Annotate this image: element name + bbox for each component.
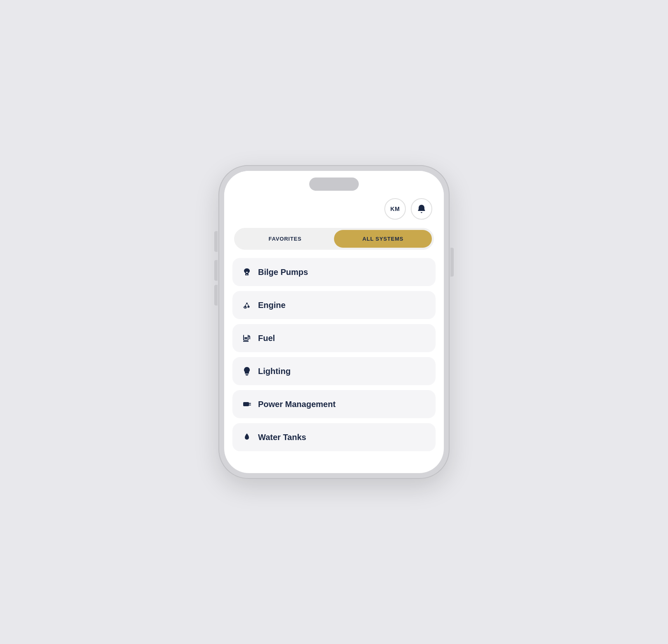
lighting-label: Lighting: [258, 367, 291, 376]
fuel-icon: [242, 333, 252, 343]
avatar-button[interactable]: KM: [384, 198, 406, 220]
header: KM: [224, 195, 444, 226]
water-tanks-label: Water Tanks: [258, 433, 306, 442]
svg-point-3: [246, 303, 248, 304]
dynamic-island: [309, 178, 359, 191]
bilge-pumps-icon: [242, 267, 252, 277]
list-item-bilge-pumps[interactable]: Bilge Pumps: [232, 258, 436, 286]
list-item-engine[interactable]: Engine: [232, 291, 436, 319]
list-item-lighting[interactable]: Lighting: [232, 357, 436, 385]
svg-line-4: [245, 304, 246, 306]
list-item-fuel[interactable]: Fuel: [232, 324, 436, 352]
svg-point-0: [246, 270, 248, 272]
power-management-label: Power Management: [258, 400, 336, 409]
list-item-power-management[interactable]: Power Management: [232, 390, 436, 418]
engine-icon: [242, 300, 252, 310]
fuel-label: Fuel: [258, 334, 275, 343]
phone-screen: KM FAVORITES ALL SYSTEMS: [224, 171, 444, 473]
notification-bell-button[interactable]: [411, 198, 432, 220]
svg-point-1: [244, 306, 246, 308]
tab-switcher: FAVORITES ALL SYSTEMS: [234, 228, 434, 250]
tab-favorites[interactable]: FAVORITES: [236, 230, 334, 248]
svg-rect-9: [244, 403, 247, 405]
tab-all-systems[interactable]: ALL SYSTEMS: [334, 230, 432, 248]
power-management-icon: [242, 399, 252, 409]
svg-point-2: [248, 306, 250, 308]
list-item-water-tanks[interactable]: Water Tanks: [232, 423, 436, 451]
bell-icon: [417, 204, 426, 214]
notch-area: [224, 171, 444, 195]
svg-line-5: [248, 304, 249, 306]
systems-list: Bilge Pumps Engine: [224, 258, 444, 473]
lighting-icon: [242, 366, 252, 376]
svg-rect-6: [244, 337, 247, 339]
phone-frame: KM FAVORITES ALL SYSTEMS: [218, 165, 450, 479]
bilge-pumps-label: Bilge Pumps: [258, 268, 308, 277]
phone-wrapper: KM FAVORITES ALL SYSTEMS: [194, 161, 474, 483]
engine-label: Engine: [258, 301, 286, 310]
water-tanks-icon: [242, 432, 252, 442]
